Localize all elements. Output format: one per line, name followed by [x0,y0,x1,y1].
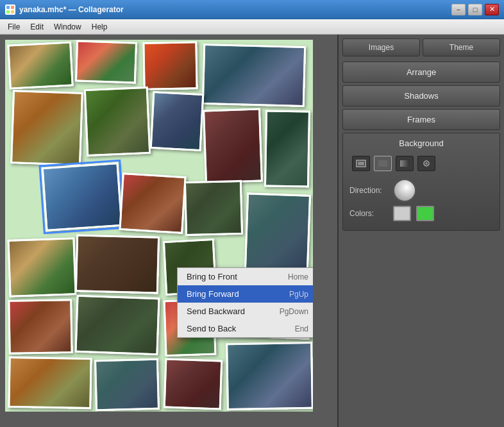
svg-rect-2 [6,10,10,13]
photo-10[interactable] [42,162,123,231]
context-menu-item-send-to-back[interactable]: Send to Back End [178,320,313,337]
svg-rect-1 [11,6,14,9]
photo-11[interactable] [119,172,186,234]
photo-18[interactable] [8,299,72,355]
arrange-section[interactable]: Arrange [342,62,500,83]
context-menu: Bring to Front Home Bring Forward PgUp S… [177,267,313,338]
photo-21[interactable] [8,356,92,409]
menu-edit[interactable]: Edit [25,21,49,33]
color-swatch-2[interactable] [416,206,434,221]
photo-5[interactable] [10,90,83,166]
svg-rect-5 [358,162,364,165]
photo-12[interactable] [184,180,243,236]
close-button[interactable]: ✕ [485,4,499,15]
pattern-btn-2[interactable] [374,156,392,171]
photo-4[interactable] [202,44,306,107]
color-swatch-1[interactable] [393,206,411,221]
photo-3[interactable] [142,41,197,90]
canvas-area: Bring to Front Home Bring Forward PgUp S… [0,35,337,427]
frames-section[interactable]: Frames [342,109,500,130]
context-menu-item-bring-to-front[interactable]: Bring to Front Home [178,268,313,285]
photo-8[interactable] [203,108,263,183]
window-title: yanaka.mhc* — Collagerator [19,5,124,14]
pattern-btn-1[interactable] [352,156,370,171]
direction-row: Direction: [349,179,493,202]
direction-ball[interactable] [393,179,416,202]
direction-label: Direction: [349,186,388,195]
colors-row: Colors: [349,206,493,221]
menu-bar: File Edit Window Help [0,19,504,35]
tab-row: Images Theme [342,38,500,56]
right-panel: Images Theme Arrange Shadows Frames Back… [337,35,504,427]
context-menu-item-send-backward[interactable]: Send Backward PgDown [178,303,313,320]
svg-rect-0 [6,6,10,9]
shadows-section[interactable]: Shadows [342,85,500,106]
svg-rect-7 [400,160,409,167]
photo-13[interactable] [244,192,311,271]
context-menu-item-bring-forward[interactable]: Bring Forward PgUp [178,285,313,303]
photo-19[interactable] [74,295,160,355]
tab-theme[interactable]: Theme [423,38,500,56]
photo-14[interactable] [7,237,76,297]
main-layout: Bring to Front Home Bring Forward PgUp S… [0,35,504,427]
background-title: Background [349,138,493,148]
minimize-button[interactable]: − [451,4,466,15]
menu-window[interactable]: Window [49,21,87,33]
photo-7[interactable] [150,91,205,151]
photo-23[interactable] [164,358,223,410]
menu-file[interactable]: File [3,21,25,33]
photo-22[interactable] [94,358,160,412]
pattern-btn-3[interactable] [396,156,414,171]
title-bar: yanaka.mhc* — Collagerator − □ ✕ [0,0,504,19]
menu-help[interactable]: Help [87,21,113,33]
photo-2[interactable] [75,40,137,83]
colors-label: Colors: [349,209,388,218]
photo-9[interactable] [264,110,310,187]
app-icon [5,4,15,15]
title-bar-left: yanaka.mhc* — Collagerator [5,4,124,15]
maximize-button[interactable]: □ [468,4,482,15]
photo-6[interactable] [84,87,151,156]
window-controls: − □ ✕ [451,4,499,15]
photo-15[interactable] [75,234,160,294]
pattern-btn-4[interactable] [417,156,435,171]
svg-rect-6 [378,160,387,167]
collage-canvas[interactable]: Bring to Front Home Bring Forward PgUp S… [5,40,313,412]
pattern-row [349,153,493,174]
photo-24[interactable] [226,342,313,410]
background-section: Background [342,133,500,231]
photo-1[interactable] [7,41,74,89]
svg-rect-3 [11,10,14,13]
svg-point-9 [425,162,428,165]
tab-images[interactable]: Images [342,38,420,56]
